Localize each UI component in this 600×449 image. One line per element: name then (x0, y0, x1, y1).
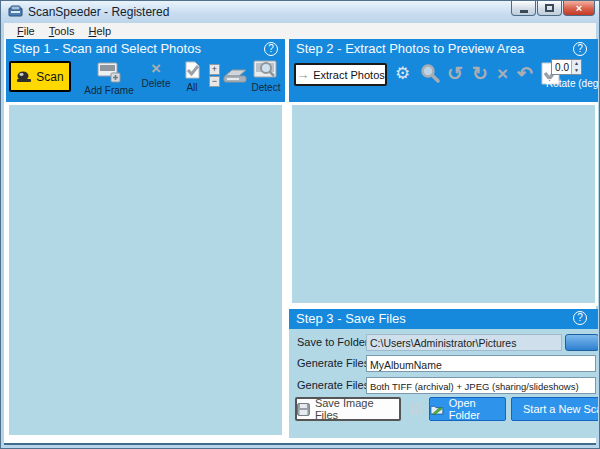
window-bottom-frame (4, 443, 596, 445)
menu-file[interactable]: File (12, 24, 44, 38)
step2-header: Step 2 - Extract Photos to Preview Area … (289, 39, 598, 102)
extract-arrow-icon: → (296, 67, 309, 82)
scanner-icon (16, 70, 32, 83)
window-title: ScanSpeeder - Registered (28, 5, 169, 19)
open-folder-button[interactable]: Open Folder (429, 397, 506, 421)
open-folder-label: Open Folder (449, 397, 505, 421)
undo-icon[interactable]: ↶ (517, 61, 533, 87)
step1-title: Step 1 - Scan and Select Photos (13, 41, 201, 56)
step2-panel: Step 2 - Extract Photos to Preview Area … (289, 39, 598, 306)
step1-panel: Step 1 - Scan and Select Photos ? Scan (6, 39, 285, 438)
step3-help-icon[interactable]: ? (573, 311, 587, 325)
start-new-scan-label: Start a New Sca (523, 403, 598, 415)
menu-tools[interactable]: Tools (44, 24, 84, 38)
floppy-disk-icon (297, 403, 310, 416)
add-frame-button[interactable]: Add Frame (84, 62, 134, 96)
step1-header: Step 1 - Scan and Select Photos ? Scan (6, 39, 285, 102)
minimize-button[interactable] (511, 1, 536, 16)
delete-x-icon: × (136, 60, 176, 78)
start-new-scan-button[interactable]: Start a New Sca (511, 397, 598, 421)
maximize-button[interactable] (537, 1, 562, 16)
app-icon (8, 4, 23, 19)
zoom-controls: + − (209, 64, 220, 88)
close-icon: × (576, 3, 582, 14)
file-type-select[interactable]: Both TIFF (archival) + JPEG (sharing/sli… (366, 377, 596, 394)
step1-help-icon[interactable]: ? (264, 42, 278, 56)
step3-panel: Step 3 - Save Files ? Save to Folder: C:… (289, 309, 598, 438)
rotate-cw-icon[interactable]: ↻ (472, 61, 488, 87)
rotate-degrees-label: Rotate (deg (546, 78, 598, 89)
preview-area (292, 105, 595, 303)
menu-bar: File Tools Help (4, 23, 596, 39)
rotate-degrees-value: 0.0 (552, 60, 571, 74)
title-bar[interactable]: ScanSpeeder - Registered × (1, 1, 599, 23)
step1-body-border (6, 102, 285, 438)
save-settings-gear-icon[interactable]: ⚙ (408, 399, 423, 420)
step2-help-icon[interactable]: ? (573, 42, 587, 56)
step3-header: Step 3 - Save Files ? (289, 309, 598, 329)
extract-photos-label: Extract Photos (313, 69, 385, 81)
minus-button[interactable]: − (209, 76, 220, 87)
settings-gear-icon[interactable]: ⚙ (395, 61, 410, 87)
select-all-button[interactable]: All (176, 60, 208, 93)
all-label: All (176, 82, 208, 93)
minimize-icon (520, 10, 528, 13)
save-image-files-label: Save Image Files (315, 397, 399, 421)
browse-folder-button[interactable] (565, 334, 598, 351)
delete-label: Delete (136, 78, 176, 89)
step2-title: Step 2 - Extract Photos to Preview Area (296, 41, 524, 56)
save-to-folder-field[interactable]: C:\Users\Administrator\Pictures (366, 334, 562, 351)
detect-button[interactable]: Detect (248, 60, 284, 93)
detect-label: Detect (248, 82, 284, 93)
flatbed-scanner-icon[interactable] (222, 67, 249, 84)
check-page-icon (183, 60, 202, 80)
spin-up-icon[interactable]: ▲ (572, 60, 581, 67)
delete-photo-icon[interactable]: × (497, 61, 508, 87)
scan-select-area (9, 105, 282, 435)
detect-icon (253, 60, 279, 80)
rotate-ccw-icon[interactable]: ↺ (447, 61, 463, 87)
step3-title: Step 3 - Save Files (296, 311, 406, 326)
folder-pencil-icon (430, 403, 444, 416)
add-frame-icon (97, 62, 121, 83)
delete-button[interactable]: × Delete (136, 60, 176, 89)
scan-button-label: Scan (36, 70, 63, 84)
add-frame-label: Add Frame (84, 85, 134, 96)
close-button[interactable]: × (563, 1, 595, 16)
plus-button[interactable]: + (209, 64, 220, 75)
app-window: ScanSpeeder - Registered × File Tools He… (0, 0, 600, 449)
magnifier-icon[interactable] (420, 63, 441, 84)
spin-down-icon[interactable]: ▼ (572, 67, 581, 74)
extract-photos-button[interactable]: → Extract Photos (294, 63, 387, 86)
maximize-icon (545, 4, 554, 12)
menu-help[interactable]: Help (83, 24, 120, 38)
scan-button[interactable]: Scan (9, 61, 71, 92)
save-image-files-button[interactable]: Save Image Files (295, 397, 401, 421)
step2-body-border (289, 102, 598, 306)
rotate-degrees-spinner[interactable]: 0.0 ▲ ▼ (551, 59, 582, 75)
save-to-folder-label: Save to Folder: (297, 336, 372, 348)
prefix-input[interactable] (366, 355, 596, 372)
